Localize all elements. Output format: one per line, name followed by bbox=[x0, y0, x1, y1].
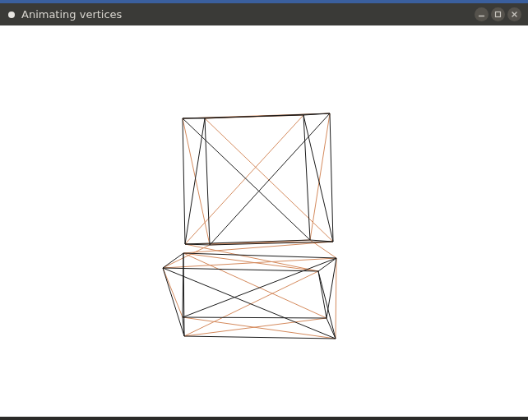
svg-line-37 bbox=[303, 115, 333, 242]
window-title: Animating vertices bbox=[21, 8, 122, 21]
svg-line-41 bbox=[318, 258, 336, 271]
svg-rect-1 bbox=[496, 12, 501, 17]
svg-line-50 bbox=[327, 258, 336, 318]
close-icon bbox=[511, 11, 518, 18]
maximize-icon bbox=[494, 11, 502, 18]
wireframe-canvas bbox=[0, 25, 528, 420]
titlebar[interactable]: Animating vertices bbox=[0, 3, 528, 25]
titlebar-left: Animating vertices bbox=[0, 8, 122, 21]
svg-line-23 bbox=[163, 245, 210, 268]
minimize-icon bbox=[478, 11, 485, 18]
app-indicator-icon bbox=[8, 12, 15, 18]
maximize-button[interactable] bbox=[491, 7, 505, 21]
svg-line-32 bbox=[183, 118, 185, 244]
svg-line-54 bbox=[183, 258, 336, 317]
svg-line-33 bbox=[303, 115, 310, 240]
svg-line-53 bbox=[318, 271, 327, 318]
svg-line-10 bbox=[310, 113, 330, 240]
svg-line-9 bbox=[185, 115, 303, 244]
svg-line-46 bbox=[183, 317, 327, 318]
svg-line-34 bbox=[330, 113, 333, 242]
window-bottom-border bbox=[0, 417, 528, 420]
svg-line-12 bbox=[163, 258, 336, 268]
svg-line-38 bbox=[210, 113, 330, 245]
svg-line-26 bbox=[205, 113, 330, 118]
svg-line-44 bbox=[184, 336, 336, 339]
svg-line-42 bbox=[183, 253, 336, 258]
window-controls bbox=[475, 7, 528, 21]
application-window: Animating vertices bbox=[0, 0, 528, 420]
svg-line-16 bbox=[163, 268, 183, 317]
svg-line-43 bbox=[163, 253, 183, 268]
svg-line-18 bbox=[336, 258, 336, 339]
render-viewport[interactable] bbox=[0, 25, 528, 420]
minimize-button[interactable] bbox=[475, 7, 489, 21]
svg-line-15 bbox=[183, 317, 336, 339]
close-button[interactable] bbox=[507, 7, 521, 21]
svg-line-48 bbox=[163, 268, 184, 336]
wireframe-svg bbox=[0, 25, 528, 420]
